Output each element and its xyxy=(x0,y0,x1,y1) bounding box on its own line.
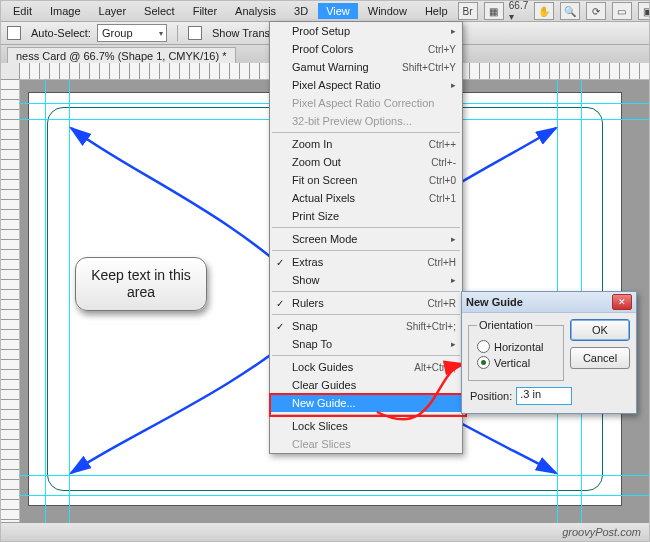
show-transform-checkbox[interactable] xyxy=(188,26,202,40)
menu-item-snap[interactable]: SnapShift+Ctrl+; xyxy=(270,317,462,335)
menu-filter[interactable]: Filter xyxy=(185,3,225,19)
vertical-guide[interactable] xyxy=(45,79,46,523)
menu-window[interactable]: Window xyxy=(360,3,415,19)
dialog-title: New Guide xyxy=(466,296,612,308)
menu-item-snap-to[interactable]: Snap To xyxy=(270,335,462,353)
menu-layer[interactable]: Layer xyxy=(91,3,135,19)
menu-item-rulers[interactable]: RulersCtrl+R xyxy=(270,294,462,312)
menu-item-new-guide[interactable]: New Guide... xyxy=(270,394,462,412)
orientation-legend: Orientation xyxy=(477,319,535,331)
menu-item-clear-guides[interactable]: Clear Guides xyxy=(270,376,462,394)
auto-select-checkbox[interactable] xyxy=(7,26,21,40)
menu-item-proof-setup[interactable]: Proof Setup xyxy=(270,22,462,40)
position-input[interactable]: .3 in xyxy=(516,387,572,405)
menu-item-32-bit-preview-options: 32-bit Preview Options... xyxy=(270,112,462,130)
menu-bar: Edit Image Layer Select Filter Analysis … xyxy=(1,1,649,22)
hand-tool-icon[interactable]: ✋ xyxy=(534,2,554,20)
menu-3d[interactable]: 3D xyxy=(286,3,316,19)
view-extras-icon[interactable]: ▦ xyxy=(484,2,504,20)
toolbar-right: Br ▦ 66.7 ▾ ✋ 🔍 ⟳ ▭ ▣ xyxy=(458,2,650,20)
menu-item-lock-guides[interactable]: Lock GuidesAlt+Ctrl+; xyxy=(270,358,462,376)
auto-select-label: Auto-Select: xyxy=(31,27,91,39)
annotation-text: Keep text in this area xyxy=(76,267,206,301)
cancel-button[interactable]: Cancel xyxy=(570,347,630,369)
menu-item-clear-slices: Clear Slices xyxy=(270,435,462,453)
menu-item-proof-colors[interactable]: Proof ColorsCtrl+Y xyxy=(270,40,462,58)
ok-button[interactable]: OK xyxy=(570,319,630,341)
menu-item-screen-mode[interactable]: Screen Mode xyxy=(270,230,462,248)
vertical-guide[interactable] xyxy=(69,79,70,523)
rotate-view-icon[interactable]: ⟳ xyxy=(586,2,606,20)
vertical-ruler[interactable] xyxy=(1,79,20,523)
orientation-fieldset: Orientation Horizontal Vertical xyxy=(468,319,564,381)
menu-item-zoom-in[interactable]: Zoom InCtrl++ xyxy=(270,135,462,153)
ruler-origin[interactable] xyxy=(1,63,20,80)
menu-item-pixel-aspect-ratio[interactable]: Pixel Aspect Ratio xyxy=(270,76,462,94)
menu-help[interactable]: Help xyxy=(417,3,456,19)
menu-image[interactable]: Image xyxy=(42,3,89,19)
horizontal-guide[interactable] xyxy=(19,495,649,496)
menu-select[interactable]: Select xyxy=(136,3,183,19)
menu-view[interactable]: View xyxy=(318,3,358,19)
horizontal-guide[interactable] xyxy=(19,475,649,476)
radio-vertical[interactable]: Vertical xyxy=(477,356,555,369)
menu-edit[interactable]: Edit xyxy=(5,3,40,19)
divider xyxy=(177,25,178,41)
bridge-icon[interactable]: Br xyxy=(458,2,478,20)
radio-icon xyxy=(477,356,490,369)
new-guide-dialog: New Guide ✕ Orientation Horizontal Verti… xyxy=(461,291,637,414)
document-tab[interactable]: ness Card @ 66.7% (Shape 1, CMYK/16) * xyxy=(7,47,236,64)
zoom-level[interactable]: 66.7 ▾ xyxy=(510,3,528,19)
menu-item-gamut-warning[interactable]: Gamut WarningShift+Ctrl+Y xyxy=(270,58,462,76)
footer-watermark: groovyPost.com xyxy=(1,522,649,541)
menu-analysis[interactable]: Analysis xyxy=(227,3,284,19)
menu-item-pixel-aspect-ratio-correction: Pixel Aspect Ratio Correction xyxy=(270,94,462,112)
screen-mode-icon[interactable]: ▣ xyxy=(638,2,650,20)
menu-item-fit-on-screen[interactable]: Fit on ScreenCtrl+0 xyxy=(270,171,462,189)
app-window: Edit Image Layer Select Filter Analysis … xyxy=(0,0,650,542)
auto-select-dropdown[interactable]: Group xyxy=(97,24,167,42)
menu-item-actual-pixels[interactable]: Actual PixelsCtrl+1 xyxy=(270,189,462,207)
zoom-tool-icon[interactable]: 🔍 xyxy=(560,2,580,20)
radio-icon xyxy=(477,340,490,353)
view-menu-dropdown: Proof SetupProof ColorsCtrl+YGamut Warni… xyxy=(269,21,463,454)
menu-item-print-size[interactable]: Print Size xyxy=(270,207,462,225)
radio-horizontal[interactable]: Horizontal xyxy=(477,340,555,353)
menu-item-extras[interactable]: ExtrasCtrl+H xyxy=(270,253,462,271)
menu-item-lock-slices[interactable]: Lock Slices xyxy=(270,417,462,435)
arrange-docs-icon[interactable]: ▭ xyxy=(612,2,632,20)
menu-item-zoom-out[interactable]: Zoom OutCtrl+- xyxy=(270,153,462,171)
menu-item-show[interactable]: Show xyxy=(270,271,462,289)
annotation-callout: Keep text in this area xyxy=(75,257,207,311)
dialog-titlebar[interactable]: New Guide ✕ xyxy=(462,292,636,313)
position-label: Position: xyxy=(470,390,512,402)
close-icon[interactable]: ✕ xyxy=(612,294,632,310)
